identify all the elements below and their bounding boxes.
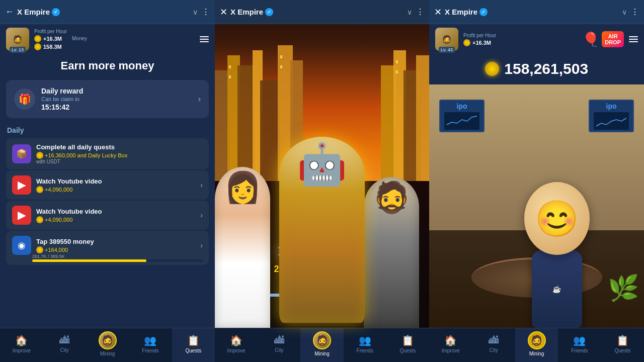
elon-cup: ☕ — [552, 285, 561, 293]
header-left-group: ← X Empire ✓ — [5, 7, 60, 17]
profit-row-left: Profit per Hour — [34, 29, 195, 34]
more-options-left[interactable]: ⋮ — [202, 7, 210, 17]
nav-city-left[interactable]: 🏙 City — [43, 328, 86, 362]
daily-reward-card[interactable]: 🎁 Daily reward Can be claim in 15:15:42 … — [6, 80, 209, 118]
coin-icon-quests — [36, 152, 43, 159]
ipo-screen-right: ipo — [589, 100, 634, 132]
item-chevron-tap: › — [200, 241, 203, 249]
daily-item-tap[interactable]: ◉ Tap 389550 money +164,000 › 261.7K / 3… — [6, 231, 209, 265]
elon-suit: ☕ — [532, 250, 582, 328]
characters-area: 👩 🧔 🤖 — [215, 24, 429, 328]
menu-icon-right[interactable] — [629, 36, 638, 42]
more-options-mid[interactable]: ⋮ — [416, 7, 424, 17]
menu-line-1 — [200, 36, 209, 37]
profit-value-left: +16.3M — [43, 36, 62, 42]
item-content-tap: Tap 389550 money +164,000 — [36, 238, 195, 253]
nav-city-mid[interactable]: 🏙 City — [258, 328, 300, 362]
char-female-body: 👩 — [215, 167, 270, 328]
nav-mining-left[interactable]: 🧔 Mining — [86, 328, 129, 362]
nav-improve-left[interactable]: 🏠 Improve — [0, 328, 43, 362]
ipo-label-left: ipo — [457, 102, 467, 110]
ipo-screen-display-left — [444, 112, 479, 130]
verified-badge-left: ✓ — [52, 8, 60, 16]
nav-mining-avatar-left: 🧔 — [99, 331, 117, 349]
user-info-bar-left: 🧔 Lv. 13 Profit per Hour +16.3M Money 15… — [0, 24, 215, 54]
profit-label-left: Profit per Hour — [34, 29, 67, 34]
nav-city-right[interactable]: 🏙 City — [472, 328, 515, 362]
coin-icon-yt1 — [36, 186, 43, 193]
item-reward-quests: +16,360,000 and Daily Lucky Box — [36, 152, 203, 159]
reward-subtitle: Can be claim in — [41, 96, 83, 102]
nav-mining-label-right: Mining — [529, 351, 544, 356]
item-content-youtube1: Watch Youtube video +4,090,000 — [36, 177, 195, 193]
profit-value-row-right: +16.3M — [463, 39, 577, 46]
stats-container-right: Profit per Hour +16.3M — [463, 33, 577, 46]
nav-city-label-right: City — [489, 347, 498, 353]
item-reward-text-quests: +16,360,000 and Daily Lucky Box — [45, 152, 127, 158]
airdrop-badge[interactable]: 🎈 AIRDROP — [582, 31, 624, 48]
ipo-screen-display-right — [594, 112, 629, 130]
reward-icon: 🎁 — [14, 88, 35, 110]
app-title-mid: X Empire ✓ — [230, 8, 273, 16]
item-chevron-yt2: › — [200, 211, 203, 219]
nav-mining-label-left: Mining — [100, 351, 115, 356]
menu-line-r2 — [629, 39, 638, 40]
more-options-right[interactable]: ⋮ — [631, 7, 639, 17]
nav-friends-mid[interactable]: 👥 Friends — [344, 328, 386, 362]
daily-item-youtube1[interactable]: ▶ Watch Youtube video +4,090,000 › — [6, 170, 209, 200]
nav-mining-mid[interactable]: 🧔 Mining — [300, 328, 343, 362]
nav-quests-icon-mid: 📋 — [401, 334, 414, 346]
nav-friends-right[interactable]: 👥 Friends — [558, 328, 601, 362]
nav-quests-mid[interactable]: 📋 Quests — [386, 328, 429, 362]
daily-item-youtube2[interactable]: ▶ Watch Youtube video +4,090,000 › — [6, 201, 209, 230]
verified-badge-mid: ✓ — [265, 8, 273, 16]
earn-title: Earn more money — [0, 54, 215, 80]
coin-amount-text: 158,261,503 — [504, 60, 588, 77]
panel-loading: ✕ X Empire ✓ ∨ ⋮ 👩 🧔 🤖 ✕ EMPIRE — [215, 0, 429, 362]
nav-mining-avatar-right: 🧔 — [528, 331, 546, 349]
bottom-nav-mid: 🏠 Improve 🏙 City 🧔 Mining 👥 Friends 📋 Qu… — [215, 328, 429, 362]
chevron-down-icon-right[interactable]: ∨ — [622, 8, 627, 16]
nav-mining-label-mid: Mining — [314, 351, 329, 356]
money-label-left: Money — [72, 36, 87, 41]
reward-chevron-icon: › — [198, 95, 201, 104]
close-button-mid[interactable]: ✕ — [220, 7, 227, 18]
nav-city-label-left: City — [60, 347, 68, 353]
nav-friends-icon-left: 👥 — [144, 334, 156, 346]
header-left-group-right: ✕ X Empire ✓ — [434, 7, 488, 18]
menu-icon-left[interactable] — [200, 36, 209, 42]
money-value-row-left: 158.3M — [34, 43, 195, 50]
nav-improve-mid[interactable]: 🏠 Improve — [215, 328, 258, 362]
menu-line-2 — [200, 39, 209, 40]
app-title-left: X Empire ✓ — [17, 8, 60, 16]
reward-info: Daily reward Can be claim in 15:15:42 — [41, 87, 83, 111]
chevron-down-icon-mid[interactable]: ∨ — [407, 8, 412, 16]
coin-display: 158,261,503 — [429, 54, 644, 83]
nav-friends-left[interactable]: 👥 Friends — [129, 328, 172, 362]
nav-quests-left[interactable]: 📋 Quests — [172, 328, 215, 362]
nav-city-icon-mid: 🏙 — [274, 334, 284, 346]
nav-friends-label-right: Friends — [571, 348, 588, 353]
elon-body: 😊 ☕ — [517, 182, 597, 328]
nav-quests-right[interactable]: 📋 Quests — [601, 328, 644, 362]
chevron-down-icon-left[interactable]: ∨ — [193, 8, 198, 16]
nav-friends-label-left: Friends — [142, 348, 158, 353]
profit-label-right: Profit per Hour — [463, 33, 496, 38]
daily-reward-left: 🎁 Daily reward Can be claim in 15:15:42 — [14, 87, 83, 111]
panel-earn-more: ← X Empire ✓ ∨ ⋮ 🧔 Lv. 13 Profit per Hou… — [0, 0, 215, 362]
item-title-quests: Complete all daily quests — [36, 143, 203, 151]
item-reward-text-yt1: +4,090,000 — [45, 187, 72, 193]
elon-character[interactable]: 😊 ☕ — [507, 177, 607, 328]
char-male-right: 🧔 — [364, 172, 429, 328]
profit-value-right: +16.3M — [472, 40, 491, 46]
nav-mining-right[interactable]: 🧔 Mining — [515, 328, 558, 362]
nav-city-label-mid: City — [275, 347, 283, 353]
avatar-emoji-right: 🧔 — [442, 35, 452, 44]
item-icon-tap: ◉ — [12, 236, 31, 255]
daily-item-quests[interactable]: 📦 Complete all daily quests +16,360,000 … — [6, 138, 209, 169]
nav-improve-right[interactable]: 🏠 Improve — [429, 328, 472, 362]
back-button[interactable]: ← — [5, 7, 14, 17]
close-button-right[interactable]: ✕ — [434, 7, 442, 18]
coin-icon-profit-left — [34, 35, 41, 42]
avatar-right: 🧔 Lv. 43 — [435, 28, 458, 51]
